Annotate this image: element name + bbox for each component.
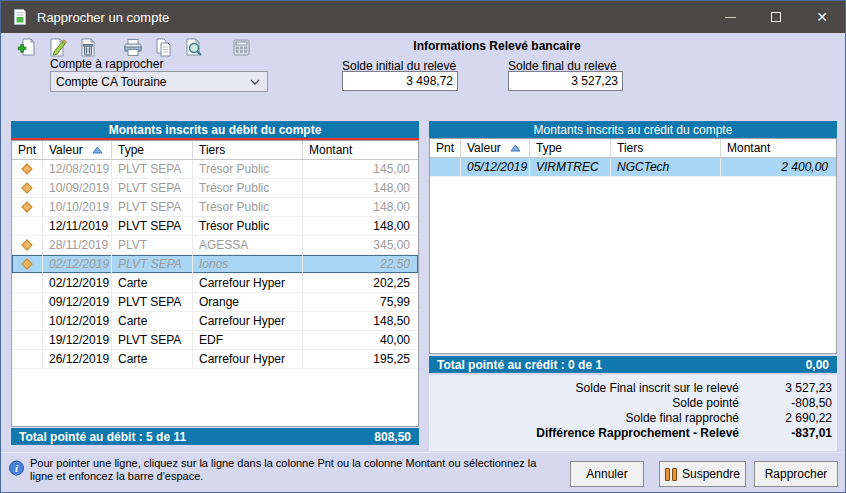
type-cell[interactable]: VIRMTREC bbox=[530, 158, 611, 176]
valeur-cell[interactable]: 09/12/2019 bbox=[43, 293, 112, 311]
pnt-cell[interactable] bbox=[12, 255, 43, 273]
solde-final-field[interactable]: 3 527,23 bbox=[508, 71, 623, 91]
rapprocher-button[interactable]: Rapprocher bbox=[754, 461, 838, 487]
pnt-cell[interactable] bbox=[12, 274, 43, 292]
valeur-cell[interactable]: 28/11/2019 bbox=[43, 236, 112, 254]
column-header-valeur[interactable]: Valeur bbox=[461, 139, 530, 157]
valeur-cell[interactable]: 19/12/2019 bbox=[43, 331, 112, 349]
tiers-cell[interactable]: AGESSA bbox=[193, 236, 303, 254]
valeur-cell[interactable]: 26/12/2019 bbox=[43, 350, 112, 368]
tiers-cell[interactable]: EDF bbox=[193, 331, 303, 349]
type-cell[interactable]: PLVT SEPA bbox=[112, 198, 193, 216]
type-cell[interactable]: PLVT SEPA bbox=[112, 217, 193, 235]
tiers-cell[interactable]: Trésor Public bbox=[193, 160, 303, 178]
pnt-cell[interactable] bbox=[12, 179, 43, 197]
type-cell[interactable]: PLVT SEPA bbox=[112, 255, 193, 273]
table-row[interactable]: 05/12/2019VIRMTRECNGCTech2 400,00 bbox=[430, 158, 836, 177]
minimize-button[interactable] bbox=[707, 1, 753, 33]
pnt-cell[interactable] bbox=[12, 198, 43, 216]
tiers-cell[interactable]: Carrefour Hyper bbox=[193, 350, 303, 368]
column-header-pnt[interactable]: Pnt bbox=[430, 139, 461, 157]
table-row[interactable]: 26/12/2019CarteCarrefour Hyper195,25 bbox=[12, 350, 418, 369]
valeur-cell[interactable]: 02/12/2019 bbox=[43, 255, 112, 273]
account-label: Compte à rapprocher bbox=[50, 57, 163, 71]
montant-cell[interactable]: 148,00 bbox=[303, 179, 418, 197]
table-row[interactable]: 10/12/2019CarteCarrefour Hyper148,50 bbox=[12, 312, 418, 331]
table-row[interactable]: 28/11/2019PLVTAGESSA345,00 bbox=[12, 236, 418, 255]
column-header-montant[interactable]: Montant bbox=[303, 141, 418, 159]
column-header-type[interactable]: Type bbox=[530, 139, 611, 157]
type-cell[interactable]: Carte bbox=[112, 350, 193, 368]
table-row[interactable]: 10/10/2019PLVT SEPATrésor Public148,00 bbox=[12, 198, 418, 217]
valeur-cell[interactable]: 05/12/2019 bbox=[461, 158, 530, 176]
column-header-tiers[interactable]: Tiers bbox=[611, 139, 721, 157]
type-cell[interactable]: PLVT SEPA bbox=[112, 179, 193, 197]
valeur-cell[interactable]: 02/12/2019 bbox=[43, 274, 112, 292]
type-cell[interactable]: PLVT bbox=[112, 236, 193, 254]
montant-cell[interactable]: 345,00 bbox=[303, 236, 418, 254]
tiers-cell[interactable]: Ionos bbox=[193, 255, 303, 273]
maximize-button[interactable] bbox=[753, 1, 799, 33]
valeur-cell[interactable]: 12/08/2019 bbox=[43, 160, 112, 178]
close-button[interactable]: ✕ bbox=[799, 1, 845, 33]
reconciliation-summary: Solde Final inscrit sur le relevé 3 527,… bbox=[429, 375, 837, 451]
tiers-cell[interactable]: Carrefour Hyper bbox=[193, 274, 303, 292]
valeur-cell[interactable]: 10/12/2019 bbox=[43, 312, 112, 330]
calculator-button[interactable] bbox=[229, 35, 253, 59]
type-cell[interactable]: Carte bbox=[112, 312, 193, 330]
montant-cell[interactable]: 40,00 bbox=[303, 331, 418, 349]
pnt-cell[interactable] bbox=[12, 350, 43, 368]
valeur-cell[interactable]: 12/11/2019 bbox=[43, 217, 112, 235]
tiers-cell[interactable]: Orange bbox=[193, 293, 303, 311]
table-row[interactable]: 09/12/2019PLVT SEPAOrange75,99 bbox=[12, 293, 418, 312]
tiers-cell[interactable]: Trésor Public bbox=[193, 179, 303, 197]
column-header-type[interactable]: Type bbox=[112, 141, 193, 159]
montant-cell[interactable]: 148,50 bbox=[303, 312, 418, 330]
valeur-cell[interactable]: 10/09/2019 bbox=[43, 179, 112, 197]
column-header-pnt[interactable]: Pnt bbox=[12, 141, 43, 159]
pnt-cell[interactable] bbox=[12, 160, 43, 178]
annuler-button[interactable]: Annuler bbox=[570, 461, 644, 487]
solde-initial-field[interactable]: 3 498,72 bbox=[342, 71, 458, 91]
table-row[interactable]: 10/09/2019PLVT SEPATrésor Public148,00 bbox=[12, 179, 418, 198]
type-cell[interactable]: Carte bbox=[112, 274, 193, 292]
table-row[interactable]: 12/08/2019PLVT SEPATrésor Public145,00 bbox=[12, 160, 418, 179]
edit-entry-button[interactable] bbox=[45, 35, 69, 59]
tiers-cell[interactable]: Carrefour Hyper bbox=[193, 312, 303, 330]
table-row[interactable]: 12/11/2019PLVT SEPATrésor Public148,00 bbox=[12, 217, 418, 236]
table-row[interactable]: 19/12/2019PLVT SEPAEDF40,00 bbox=[12, 331, 418, 350]
montant-cell[interactable]: 148,00 bbox=[303, 198, 418, 216]
tiers-cell[interactable]: NGCTech bbox=[611, 158, 721, 176]
type-cell[interactable]: PLVT SEPA bbox=[112, 331, 193, 349]
suspendre-button[interactable]: Suspendre bbox=[659, 461, 746, 487]
print-button[interactable] bbox=[121, 35, 145, 59]
tiers-cell[interactable]: Trésor Public bbox=[193, 198, 303, 216]
table-row[interactable]: 02/12/2019CarteCarrefour Hyper202,25 bbox=[12, 274, 418, 293]
pnt-cell[interactable] bbox=[12, 217, 43, 235]
montant-cell[interactable]: 148,00 bbox=[303, 217, 418, 235]
montant-cell[interactable]: 75,99 bbox=[303, 293, 418, 311]
montant-cell[interactable]: 195,25 bbox=[303, 350, 418, 368]
new-entry-button[interactable] bbox=[15, 35, 39, 59]
pnt-cell[interactable] bbox=[12, 236, 43, 254]
preview-button[interactable] bbox=[181, 35, 205, 59]
column-header-montant[interactable]: Montant bbox=[721, 139, 836, 157]
account-select[interactable]: Compte CA Touraine bbox=[50, 71, 268, 92]
montant-cell[interactable]: 22,50 bbox=[303, 255, 418, 273]
column-header-valeur[interactable]: Valeur bbox=[43, 141, 112, 159]
pnt-cell[interactable] bbox=[12, 293, 43, 311]
table-row[interactable]: 02/12/2019PLVT SEPAIonos22,50 bbox=[12, 255, 418, 274]
type-cell[interactable]: PLVT SEPA bbox=[112, 160, 193, 178]
column-header-tiers[interactable]: Tiers bbox=[193, 141, 303, 159]
pnt-cell[interactable] bbox=[430, 158, 461, 176]
copy-button[interactable] bbox=[151, 35, 175, 59]
valeur-cell[interactable]: 10/10/2019 bbox=[43, 198, 112, 216]
pnt-cell[interactable] bbox=[12, 312, 43, 330]
montant-cell[interactable]: 2 400,00 bbox=[721, 158, 836, 176]
montant-cell[interactable]: 145,00 bbox=[303, 160, 418, 178]
tiers-cell[interactable]: Trésor Public bbox=[193, 217, 303, 235]
type-cell[interactable]: PLVT SEPA bbox=[112, 293, 193, 311]
delete-entry-button[interactable] bbox=[75, 35, 99, 59]
montant-cell[interactable]: 202,25 bbox=[303, 274, 418, 292]
pnt-cell[interactable] bbox=[12, 331, 43, 349]
